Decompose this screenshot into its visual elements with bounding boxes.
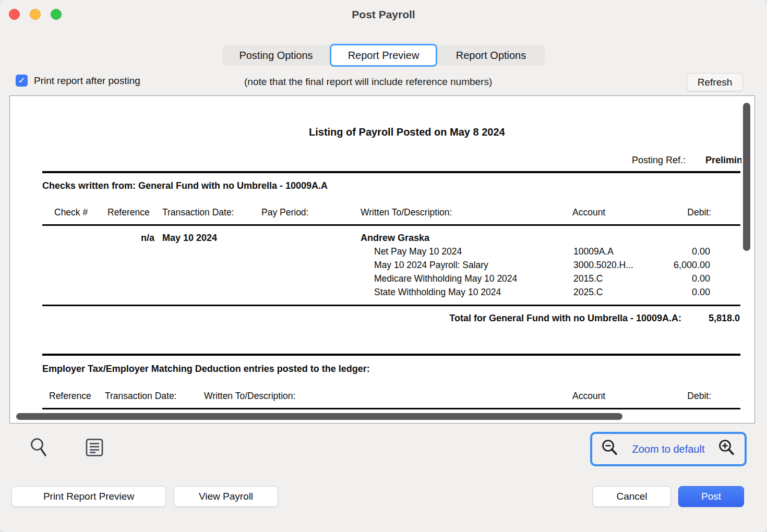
column-header-written-to: Written To/Description: — [361, 207, 452, 218]
tab-posting-options[interactable]: Posting Options — [222, 45, 330, 66]
employer-section-heading: Employer Tax/Employer Matching Deduction… — [42, 364, 370, 374]
footer-button-bar: Print Report Preview View Payroll Cancel… — [0, 486, 767, 507]
entry-line-description: Net Pay May 10 2024 — [374, 246, 462, 257]
posting-ref-value: Prelimina — [705, 155, 741, 166]
cancel-button[interactable]: Cancel — [593, 486, 671, 507]
entry-line-description: Medicare Withholding May 10 2024 — [374, 273, 517, 284]
magnifier-tool-button[interactable] — [29, 437, 49, 461]
zoom-in-icon[interactable] — [717, 439, 736, 460]
post-button[interactable]: Post — [678, 486, 744, 507]
zoom-toolbar: Zoom to default — [0, 431, 767, 467]
entry-line-description: State Withholding May 10 2024 — [374, 287, 501, 298]
report-divider — [42, 354, 740, 356]
entry-transaction-date: May 10 2024 — [162, 233, 217, 244]
entry-line-debit: 6,000.00 — [625, 260, 710, 271]
column-header-transaction-date: Transaction Date: — [105, 391, 176, 402]
fund-total-label: Total for General Fund with no Umbrella … — [302, 313, 681, 324]
horizontal-scrollbar[interactable] — [16, 413, 622, 420]
entry-line-debit: 0.00 — [625, 287, 710, 298]
checks-section-heading: Checks written from: General Fund with n… — [42, 180, 328, 191]
column-header-pay-period: Pay Period: — [261, 207, 308, 218]
column-header-account: Account — [572, 391, 605, 402]
report-preview-panel[interactable]: Listing of Payroll Posted on May 8 2024 … — [9, 95, 755, 424]
zoom-to-default-label[interactable]: Zoom to default — [632, 443, 705, 455]
post-payroll-window: Post Payroll Posting Options Report Prev… — [0, 0, 767, 532]
entry-line-account: 10009A.A — [573, 246, 614, 257]
fund-total-value: 5,818.0 — [709, 313, 740, 324]
print-report-checkbox[interactable]: ✓ Print report after posting — [16, 75, 140, 87]
column-header-reference: Reference — [107, 207, 150, 218]
zoom-out-icon[interactable] — [601, 439, 619, 460]
posting-ref-label: Posting Ref.: — [632, 155, 686, 166]
footer-right-buttons: Cancel Post — [593, 486, 744, 507]
refresh-button[interactable]: Refresh — [687, 73, 743, 91]
report-text-view-button[interactable] — [85, 438, 104, 458]
report-document: Listing of Payroll Posted on May 8 2024 … — [10, 96, 741, 423]
footer-left-buttons: Print Report Preview View Payroll — [11, 486, 278, 507]
vertical-scrollbar[interactable] — [743, 103, 750, 251]
entry-line-debit: 0.00 — [625, 273, 710, 284]
report-document-icon — [85, 451, 104, 458]
print-report-preview-button[interactable]: Print Report Preview — [11, 486, 166, 507]
close-window-button[interactable] — [9, 9, 20, 20]
tab-bar: Posting Options Report Preview Report Op… — [0, 44, 767, 67]
report-title: Listing of Payroll Posted on May 8 2024 — [309, 126, 505, 138]
column-header-reference: Reference — [49, 391, 91, 402]
entry-line-account: 2025.C — [573, 287, 603, 298]
column-header-debit: Debit: — [626, 391, 711, 402]
column-header-written-to: Written To/Description: — [204, 391, 295, 402]
entry-payee: Andrew Graska — [361, 233, 429, 244]
report-divider — [42, 408, 740, 409]
minimize-window-button[interactable] — [30, 9, 41, 20]
report-divider — [42, 224, 740, 226]
magnifier-icon — [29, 453, 49, 461]
checkbox-checked-icon[interactable]: ✓ — [16, 75, 28, 87]
column-header-debit: Debit: — [626, 207, 711, 218]
report-divider — [42, 171, 740, 173]
entry-reference: n/a — [107, 233, 154, 244]
zoom-to-default-control[interactable]: Zoom to default — [590, 432, 747, 466]
column-header-check: Check # — [54, 207, 88, 218]
entry-line-description: May 10 2024 Payroll: Salary — [374, 260, 488, 271]
options-row: ✓ Print report after posting (note that … — [0, 73, 767, 93]
entry-line-debit: 0.00 — [625, 246, 710, 257]
zoom-window-button[interactable] — [51, 9, 62, 20]
title-bar: Post Payroll — [0, 0, 767, 29]
report-divider — [42, 305, 740, 306]
entry-line-account: 2015.C — [573, 273, 603, 284]
window-title: Post Payroll — [0, 0, 767, 29]
print-report-checkbox-label: Print report after posting — [34, 75, 140, 87]
tab-report-options[interactable]: Report Options — [437, 45, 545, 66]
column-header-transaction-date: Transaction Date: — [162, 207, 234, 218]
view-payroll-button[interactable]: View Payroll — [174, 486, 278, 507]
column-header-account: Account — [572, 207, 605, 218]
reference-numbers-note: (note that the final report will include… — [244, 76, 492, 88]
tab-report-preview[interactable]: Report Preview — [330, 44, 437, 67]
